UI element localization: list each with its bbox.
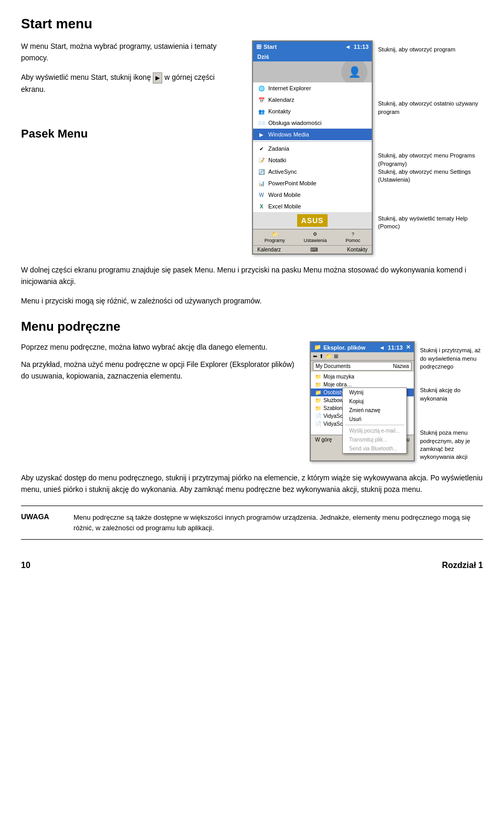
folder-icon: 📁 xyxy=(315,405,321,411)
ctx-menu-cut[interactable]: Wytnij xyxy=(343,388,406,397)
file-moja-muzyka[interactable]: 📁 Moja muzyka xyxy=(311,373,414,381)
notes-icon: 📝 xyxy=(257,156,266,164)
ann-help-topics: Stuknij, aby wyświetlić tematy Help (Pom… xyxy=(378,215,483,231)
ctx-menu-divider xyxy=(345,425,404,425)
section2-title: Menu podręczne xyxy=(21,319,483,334)
asus-logo: ASUS xyxy=(297,214,328,227)
word-icon: W xyxy=(257,191,266,199)
ctx-menu-delete[interactable]: Usuń xyxy=(343,415,406,424)
settings-icon: ⚙ xyxy=(313,232,317,237)
ctx-file-area: 📁 Moja muzyka 📁 Moje obra… 📁 Osobisty xyxy=(311,372,414,435)
menu-item-tasks[interactable]: ✔ Zadania xyxy=(253,143,372,154)
ctx-menu-email: Wyślij pocztą e-mail... xyxy=(343,426,406,435)
ctx-time: 11:13 xyxy=(388,344,403,351)
toolbar-icon2: ⬆ xyxy=(319,353,323,359)
menu-podreczne-text: Poprzez menu podręczne, można łatwo wybr… xyxy=(21,341,299,461)
page-title: Start menu xyxy=(21,16,483,32)
ctx-diagram: 📁 Eksplor. plików ◄ 11:13 ✕ ⬅ ⬆ 📁 ⊞ xyxy=(310,341,483,461)
toolbar-icon3: 📁 xyxy=(326,353,332,359)
programs-label: Programy xyxy=(265,238,285,243)
menu-item-activesync[interactable]: 🔄 ActiveSync xyxy=(253,166,372,177)
ctx-close-icon[interactable]: ✕ xyxy=(406,344,411,351)
help-label: Pomoc xyxy=(345,238,360,243)
start-menu-screenshot: ⊞ Start ◄ 11:13 Dziś 👤 xyxy=(242,40,373,255)
menu-divider1 xyxy=(253,141,372,142)
menu-item-ie[interactable]: 🌐 Internet Explorer xyxy=(253,82,372,94)
ctx-menu-transmit: Transmituj plik... xyxy=(343,435,406,444)
top-left-text: W menu Start, można wybrać programy, ust… xyxy=(21,40,231,255)
menu-label-ie: Internet Explorer xyxy=(268,85,311,91)
ctx-annotations: Stuknij i przytrzymaj, aż do wyświetleni… xyxy=(420,341,483,461)
toolbar-icon4: ⊞ xyxy=(334,353,338,359)
middle-section: Poprzez menu podręczne, można łatwo wybr… xyxy=(21,341,483,461)
media-icon: ▶ xyxy=(257,130,266,139)
file-label: Moja muzyka xyxy=(323,374,354,380)
excel-icon: X xyxy=(257,202,266,211)
file-icon: 📄 xyxy=(315,421,321,427)
menu-item-notes[interactable]: 📝 Notatki xyxy=(253,154,372,166)
start-person-area: 👤 xyxy=(253,61,372,82)
menu-item-calendar[interactable]: 📅 Kalendarz xyxy=(253,94,372,106)
file-label: Moje obra… xyxy=(323,382,352,387)
menu-item-contacts[interactable]: 👥 Kontakty xyxy=(253,106,372,117)
note-text: Menu podręczne są także dostępne w więks… xyxy=(74,512,483,533)
folder-icon: 📁 xyxy=(315,397,321,403)
ctx-menu-bluetooth: Send via Bluetooth... xyxy=(343,444,406,453)
pasek-menu-title: Pasek Menu xyxy=(21,127,231,141)
avatar: 👤 xyxy=(341,61,368,82)
menu-label-ppt: PowerPoint Mobile xyxy=(268,180,317,186)
start-titlebar: ⊞ Start ◄ 11:13 xyxy=(253,41,372,52)
chapter-label: Rozdział 1 xyxy=(442,561,483,570)
ctx-para2: Na przykład, można użyć menu podręczne w… xyxy=(21,359,299,382)
ctx-address-text: My Documents xyxy=(316,363,351,369)
menu-item-ppt[interactable]: 📊 PowerPoint Mobile xyxy=(253,177,372,189)
tasks-icon: ✔ xyxy=(257,144,266,153)
ctx-menu-copy[interactable]: Kopiuj xyxy=(343,397,406,406)
folder-icon: 📁 xyxy=(315,390,321,395)
ctx-address-bar: My Documents Nazwa xyxy=(313,362,412,371)
ctx-titlebar-left: 📁 Eksplor. plików xyxy=(314,344,365,351)
programs-button[interactable]: 📁 Programy xyxy=(265,232,285,243)
file-label: Osobisty xyxy=(323,390,344,395)
messages-icon: ✉️ xyxy=(257,119,266,127)
context-menu-popup: Wytnij Kopiuj Zmień nazwę Usuń Wyślij po… xyxy=(342,387,407,454)
ctx-para1: Poprzez menu podręczne, można łatwo wybr… xyxy=(21,341,299,353)
pasek-para2: Menu i przyciski mogą się różnić, w zale… xyxy=(21,295,483,307)
note-label: UWAGA xyxy=(21,512,63,533)
ctx-title-label: Eksplor. plików xyxy=(323,344,365,351)
menu-item-word[interactable]: W Word Mobile xyxy=(253,189,372,201)
menu-item-excel[interactable]: X Excel Mobile xyxy=(253,201,372,212)
sync-icon: 🔄 xyxy=(257,167,266,176)
menu-label-tasks: Zadania xyxy=(268,145,289,152)
start-volume-icon: ◄ xyxy=(345,44,351,50)
settings-label: Ustawienia xyxy=(303,238,327,243)
ann-programs-menu: Stuknij, aby otworzyć menu Programs (Pro… xyxy=(378,152,483,184)
ctx-menu-rename[interactable]: Zmień nazwę xyxy=(343,406,406,415)
page-footer: 10 Rozdział 1 xyxy=(21,555,483,570)
bottom-paragraph: Aby uzyskać dostęp do menu podręcznego, … xyxy=(21,472,483,496)
ctx-titlebar: 📁 Eksplor. plików ◄ 11:13 ✕ xyxy=(311,342,414,352)
statusbar-up-button[interactable]: W górę xyxy=(315,437,332,443)
page-container: Start menu W menu Start, można wybrać pr… xyxy=(0,0,504,830)
start-menu-body: 🌐 Internet Explorer 📅 Kalendarz 👥 Kontak… xyxy=(253,82,372,212)
bottom-nav-forward: Kontakty xyxy=(347,247,368,253)
start-annotations: Stuknij, aby otworzyć program Stuknij, a… xyxy=(378,40,483,235)
settings-button[interactable]: ⚙ Ustawienia xyxy=(303,232,327,243)
note-section: UWAGA Menu podręczne są także dostępne w… xyxy=(21,506,483,540)
file-icon: 📄 xyxy=(315,413,321,419)
menu-label-calendar: Kalendarz xyxy=(268,97,295,103)
programs-icon: 📁 xyxy=(272,232,278,237)
ann-recent-program: Stuknij, aby otworzyć ostatnio używany p… xyxy=(378,100,483,116)
top-section: W menu Start, można wybrać programy, ust… xyxy=(21,40,483,255)
menu-item-messages[interactable]: ✉️ Obsługa wiadomości xyxy=(253,117,372,129)
bottom-nav-bar: Kalendarz ⌨ Kontakty xyxy=(253,245,372,254)
ie-icon: 🌐 xyxy=(257,84,266,92)
menu-item-media[interactable]: ▶ Windows Media xyxy=(253,129,372,140)
ppt-icon: 📊 xyxy=(257,179,266,187)
start-today-header: Dziś xyxy=(253,52,372,61)
start-bottom-bar: 📁 Programy ⚙ Ustawienia ? Pomoc xyxy=(253,229,372,245)
contacts-icon: 👥 xyxy=(257,107,266,115)
help-button[interactable]: ? Pomoc xyxy=(345,232,360,243)
page-number: 10 xyxy=(21,561,30,570)
start-screenshot-window: ⊞ Start ◄ 11:13 Dziś 👤 xyxy=(252,40,373,255)
